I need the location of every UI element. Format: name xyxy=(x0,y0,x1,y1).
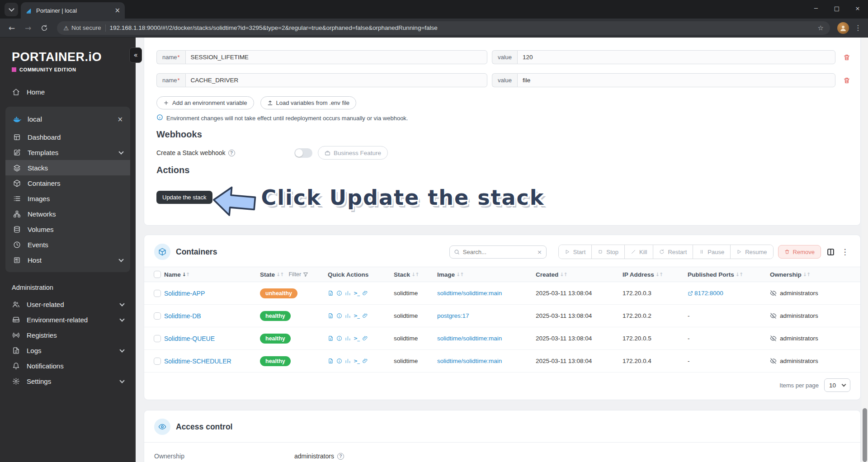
attach-icon[interactable] xyxy=(362,313,368,319)
sidebar-item-volumes[interactable]: Volumes xyxy=(5,222,130,237)
row-checkbox[interactable] xyxy=(154,358,161,365)
sidebar-item-home[interactable]: Home xyxy=(0,84,136,99)
items-per-page-select[interactable]: 10 xyxy=(824,378,850,392)
url-bar[interactable]: ⚠ Not secure 192.168.1.18:9000/#!/2/dock… xyxy=(57,21,830,35)
image-link[interactable]: postgres:17 xyxy=(437,312,536,319)
forward-button[interactable]: → xyxy=(21,21,35,35)
logs-icon[interactable] xyxy=(328,290,334,296)
stats-icon[interactable] xyxy=(345,358,351,364)
start-button[interactable]: Start xyxy=(559,245,592,259)
sidebar-item-settings[interactable]: Settings xyxy=(0,373,136,389)
sidebar-collapse-button[interactable]: « xyxy=(129,47,142,63)
sidebar-item-host[interactable]: Host xyxy=(5,252,130,268)
search-box[interactable]: × xyxy=(449,245,547,259)
stop-button[interactable]: Stop xyxy=(592,245,625,259)
minimize-button[interactable]: ─ xyxy=(806,0,826,16)
env-value-input[interactable] xyxy=(517,50,835,64)
delete-variable-button[interactable] xyxy=(840,51,854,64)
image-link[interactable]: solidtime/solidtime:main xyxy=(437,290,536,297)
maximize-button[interactable]: □ xyxy=(826,0,847,16)
inspect-icon[interactable] xyxy=(336,335,342,341)
delete-variable-button[interactable] xyxy=(840,74,854,87)
attach-icon[interactable] xyxy=(362,290,368,296)
image-link[interactable]: solidtime/solidtime:main xyxy=(437,358,536,364)
page-scrollbar[interactable] xyxy=(862,38,868,462)
select-all-checkbox[interactable] xyxy=(154,271,161,278)
logs-icon[interactable] xyxy=(328,358,334,364)
reload-button[interactable] xyxy=(37,21,52,35)
browser-tab[interactable]: Portainer | local × xyxy=(21,2,125,19)
tab-close-icon[interactable]: × xyxy=(114,6,120,14)
sidebar-item-registries[interactable]: Registries xyxy=(0,327,136,343)
stats-icon[interactable] xyxy=(345,335,351,341)
env-value-input[interactable] xyxy=(517,73,835,87)
sidebar-item-networks[interactable]: Networks xyxy=(5,206,130,222)
webhook-toggle[interactable] xyxy=(294,148,312,158)
security-chip[interactable]: ⚠ Not secure xyxy=(63,24,106,32)
resume-button[interactable]: Resume xyxy=(731,245,773,259)
state-filter-button[interactable]: Filter xyxy=(288,271,308,278)
column-ownership[interactable]: Ownership↓↑ xyxy=(770,271,860,278)
console-icon[interactable]: >_ xyxy=(354,335,359,341)
sidebar-item-containers[interactable]: Containers xyxy=(5,175,130,191)
row-checkbox[interactable] xyxy=(154,290,161,297)
sidebar-item-notifications[interactable]: Notifications xyxy=(0,358,136,373)
stats-icon[interactable] xyxy=(345,290,351,296)
sidebar-item-environment-related[interactable]: Environment-related xyxy=(0,312,136,327)
stats-icon[interactable] xyxy=(345,313,351,319)
load-env-file-button[interactable]: Load variables from .env file xyxy=(260,96,357,109)
console-icon[interactable]: >_ xyxy=(354,313,359,319)
published-port-link[interactable]: 8172:8000 xyxy=(688,290,770,297)
update-the-stack-button[interactable]: Update the stack xyxy=(156,191,212,204)
sidebar-item-templates[interactable]: Templates xyxy=(5,145,130,160)
row-checkbox[interactable] xyxy=(154,312,161,320)
container-name-link[interactable]: Solidtime-QUEUE xyxy=(164,335,260,342)
search-input[interactable] xyxy=(463,249,534,255)
sidebar-item-logs[interactable]: Logs xyxy=(0,343,136,358)
close-window-button[interactable]: × xyxy=(847,0,868,16)
console-icon[interactable]: >_ xyxy=(354,290,359,296)
pause-button[interactable]: Pause xyxy=(693,245,731,259)
attach-icon[interactable] xyxy=(362,358,368,364)
container-name-link[interactable]: Solidtime-SCHEDULER xyxy=(164,358,260,365)
inspect-icon[interactable] xyxy=(336,358,342,364)
column-state[interactable]: State↓↑ Filter xyxy=(260,271,328,278)
row-checkbox[interactable] xyxy=(154,335,161,342)
remove-button[interactable]: Remove xyxy=(778,245,821,259)
column-ip-address[interactable]: IP Address↓↑ xyxy=(623,271,688,278)
environment-header-local[interactable]: local × xyxy=(5,109,130,129)
sidebar-item-user-related[interactable]: User-related xyxy=(0,297,136,312)
add-environment-variable-button[interactable]: Add an environment variable xyxy=(156,96,254,109)
close-icon[interactable]: × xyxy=(117,115,123,123)
sidebar-item-events[interactable]: Events xyxy=(5,237,130,252)
column-published-ports[interactable]: Published Ports↓↑ xyxy=(688,271,770,278)
sidebar-item-images[interactable]: Images xyxy=(5,191,130,206)
profile-avatar[interactable] xyxy=(837,22,849,34)
column-image[interactable]: Image↓↑ xyxy=(437,271,536,278)
browser-menu-icon[interactable]: ⋮ xyxy=(853,24,863,32)
logs-icon[interactable] xyxy=(328,313,334,319)
tab-search-button[interactable] xyxy=(5,3,18,16)
logs-icon[interactable] xyxy=(328,335,334,341)
scrollbar-thumb[interactable] xyxy=(863,408,867,462)
kill-button[interactable]: Kill xyxy=(625,245,653,259)
env-name-input[interactable] xyxy=(185,73,487,87)
column-stack[interactable]: Stack↓↑ xyxy=(394,271,437,278)
inspect-icon[interactable] xyxy=(336,290,342,296)
image-link[interactable]: solidtime/solidtime:main xyxy=(437,335,536,342)
column-created[interactable]: Created↓↑ xyxy=(536,271,623,278)
columns-view-icon[interactable] xyxy=(826,248,835,256)
container-name-link[interactable]: Solidtime-APP xyxy=(164,290,260,297)
attach-icon[interactable] xyxy=(362,335,368,341)
back-button[interactable]: ← xyxy=(5,21,19,35)
env-name-input[interactable] xyxy=(185,50,487,64)
console-icon[interactable]: >_ xyxy=(354,358,359,364)
inspect-icon[interactable] xyxy=(336,313,342,319)
clear-search-icon[interactable]: × xyxy=(537,249,542,255)
bookmark-star-icon[interactable]: ☆ xyxy=(818,24,824,32)
restart-button[interactable]: Restart xyxy=(653,245,693,259)
table-menu-icon[interactable]: ⋮ xyxy=(840,247,850,256)
sidebar-item-stacks[interactable]: Stacks xyxy=(5,160,130,175)
column-name[interactable]: Name↓↑ xyxy=(164,271,260,278)
container-name-link[interactable]: Solidtime-DB xyxy=(164,312,260,320)
